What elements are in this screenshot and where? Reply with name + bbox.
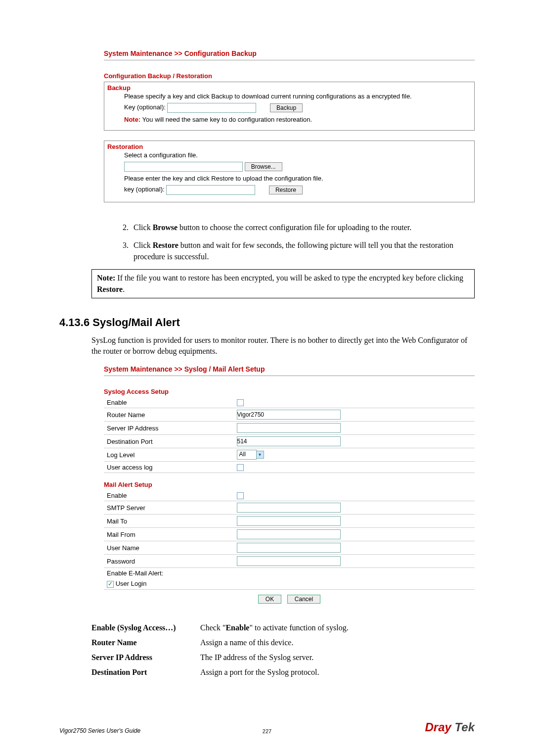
dest-port-input[interactable]: [237, 436, 341, 446]
restore-file-input[interactable]: [124, 162, 243, 172]
row-label: Password: [104, 555, 234, 568]
row-label: Mail From: [104, 528, 234, 541]
row-label: Server IP Address: [104, 422, 234, 435]
chevron-down-icon[interactable]: ▾: [256, 451, 264, 459]
row-label: Enable: [104, 397, 234, 408]
mail-enable-checkbox[interactable]: [237, 492, 244, 499]
def-term: Enable (Syslog Access…): [91, 623, 200, 632]
row-label: Enable: [104, 490, 234, 501]
restore-select-label: Select a configuration file.: [124, 151, 454, 159]
breadcrumb: System Maintenance >> Configuration Back…: [104, 49, 475, 59]
backup-note-prefix: Note:: [124, 116, 140, 123]
def-desc: Check "Enable" to activate function of s…: [200, 623, 475, 632]
row-label: SMTP Server: [104, 501, 234, 515]
backup-key-input[interactable]: [167, 103, 256, 113]
backup-heading: Backup: [104, 82, 474, 92]
steps-list: Click Browse button to choose the correc…: [119, 222, 475, 262]
syslog-heading: 4.13.6 Syslog/Mail Alert: [59, 316, 475, 329]
restore-button[interactable]: Restore: [269, 186, 303, 194]
def-term: Server IP Address: [91, 653, 200, 662]
breadcrumb: System Maintenance >> Syslog / Mail Aler…: [104, 365, 475, 375]
username-input[interactable]: [237, 543, 341, 553]
def-term: Router Name: [91, 638, 200, 647]
note-box: Note: If the file you want to restore ha…: [91, 269, 475, 298]
cancel-button[interactable]: Cancel: [287, 595, 320, 604]
def-term: Destination Port: [91, 668, 200, 677]
restore-key-input[interactable]: [166, 185, 255, 195]
row-label: Mail To: [104, 515, 234, 528]
backup-key-label: Key (optional):: [124, 103, 166, 111]
syslog-screenshot: System Maintenance >> Syslog / Mail Aler…: [104, 365, 475, 604]
mail-alert-table: Enable SMTP Server Mail To Mail From Use…: [104, 490, 475, 590]
restoration-heading: Restoration: [104, 141, 474, 150]
config-backup-screenshot: System Maintenance >> Configuration Back…: [104, 49, 475, 202]
backup-button[interactable]: Backup: [270, 103, 303, 112]
syslog-table: Enable Router Name Server IP Address Des…: [104, 397, 475, 473]
definitions: Enable (Syslog Access…) Check "Enable" t…: [91, 623, 475, 677]
row-label: Router Name: [104, 408, 234, 422]
user-login-label: User Login: [116, 580, 147, 587]
draytek-logo: Dray Tek: [425, 720, 475, 734]
browse-button[interactable]: Browse...: [245, 162, 282, 171]
mail-alert-title: Mail Alert Setup: [104, 481, 475, 488]
def-desc: Assign a port for the Syslog protocol.: [200, 668, 475, 677]
syslog-enable-checkbox[interactable]: [237, 399, 244, 406]
router-name-input[interactable]: [237, 410, 341, 420]
footer-guide: Vigor2750 Series User's Guide: [59, 727, 140, 734]
row-label: Destination Port: [104, 435, 234, 448]
user-access-checkbox[interactable]: [237, 464, 244, 471]
def-desc: Assign a name of this device.: [200, 638, 475, 647]
row-label: User Name: [104, 541, 234, 555]
log-level-select[interactable]: All: [237, 450, 257, 460]
mailfrom-input[interactable]: [237, 529, 341, 539]
page-footer: Vigor2750 Series User's Guide 227 Dray T…: [59, 720, 475, 734]
smtp-input[interactable]: [237, 503, 341, 513]
step-3: Click Restore button and wait for few se…: [131, 240, 475, 262]
backup-instruction: Please specify a key and click Backup to…: [124, 93, 454, 100]
page-content: System Maintenance >> Configuration Back…: [59, 49, 475, 677]
backup-panel: Backup Please specify a key and click Ba…: [104, 82, 475, 131]
step-2: Click Browse button to choose the correc…: [131, 222, 475, 233]
backup-note-text: You will need the same key to do configu…: [140, 116, 312, 123]
restore-key-label: key (optional):: [124, 186, 165, 193]
restoration-panel: Restoration Select a configuration file.…: [104, 141, 475, 202]
user-login-checkbox[interactable]: [107, 581, 114, 588]
restore-instruction: Please enter the key and click Restore t…: [124, 175, 454, 182]
divider: [104, 60, 475, 60]
mailto-input[interactable]: [237, 516, 341, 526]
row-label: Log Level: [104, 448, 234, 462]
def-desc: The IP address of the Syslog server.: [200, 653, 475, 662]
config-section-title: Configuration Backup / Restoration: [104, 72, 475, 80]
row-label: User access log: [104, 462, 234, 473]
footer-page: 227: [263, 728, 271, 734]
row-label: Enable E-Mail Alert:: [104, 568, 234, 579]
divider: [104, 376, 475, 376]
password-input[interactable]: [237, 556, 341, 566]
syslog-intro: SysLog function is provided for users to…: [91, 335, 475, 357]
server-ip-input[interactable]: [237, 423, 341, 433]
syslog-access-title: Syslog Access Setup: [104, 388, 475, 395]
ok-button[interactable]: OK: [258, 595, 281, 604]
